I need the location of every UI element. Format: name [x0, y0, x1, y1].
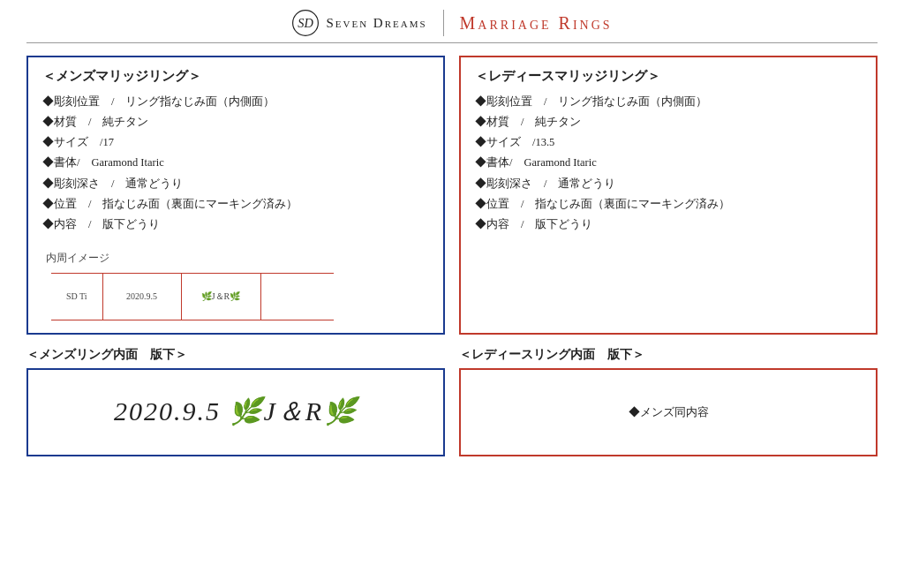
ladies-spec-item-6: ◆内容 / 版下どうり — [475, 215, 862, 235]
header-divider — [443, 10, 444, 36]
ladies-spec-item-5: ◆位置 / 指なじみ面（裏面にマーキング済み） — [475, 194, 862, 215]
ladies-note-text: ◆メンズ同内容 — [629, 404, 709, 420]
mens-spec-item-4: ◆彫刻深さ / 通常どうり — [42, 174, 429, 194]
mens-spec-item-3: ◆書体/ Garamond Itaric — [42, 153, 429, 173]
main-content: ＜メンズマリッジリング＞ ◆彫刻位置 / リング指なじみ面（内側面） ◆材質 /… — [0, 50, 904, 465]
header-line — [26, 42, 878, 43]
mens-spec-item-5: ◆位置 / 指なじみ面（裏面にマーキング済み） — [42, 194, 429, 215]
svg-text:SD: SD — [298, 16, 314, 30]
ladies-spec-box: ＜レディースマリッジリング＞ ◆彫刻位置 / リング指なじみ面（内側面） ◆材質… — [459, 56, 878, 335]
ladies-spec-item-0: ◆彫刻位置 / リング指なじみ面（内側面） — [475, 92, 862, 112]
inner-preview-diagram: SD Ti 2020.9.5 🌿J＆R🌿 — [51, 273, 334, 320]
mens-spec-list: ◆彫刻位置 / リング指なじみ面（内側面） ◆材質 / 純チタン ◆サイズ /1… — [42, 92, 429, 235]
mens-spec-box: ＜メンズマリッジリング＞ ◆彫刻位置 / リング指なじみ面（内側面） ◆材質 /… — [26, 56, 445, 335]
diag-seg-2: 🌿J＆R🌿 — [181, 274, 260, 320]
inner-preview: 内周イメージ SD Ti 2020.9.5 🌿J＆R🌿 — [42, 251, 429, 320]
ladies-spec-list: ◆彫刻位置 / リング指なじみ面（内側面） ◆材質 / 純チタン ◆サイズ /1… — [475, 92, 862, 235]
ladies-bottom-title: ＜レディースリング内面 版下＞ — [459, 347, 878, 363]
header: SD Seven Dreams Marriage Rings — [0, 0, 904, 42]
ladies-spec-item-4: ◆彫刻深さ / 通常どうり — [475, 174, 862, 194]
mens-spec-title: ＜メンズマリッジリング＞ — [42, 68, 429, 85]
mens-engraving-text: 2020.9.5 🌿J＆R🌿 — [114, 394, 358, 430]
mens-bottom-title: ＜メンズリング内面 版下＞ — [26, 347, 445, 363]
diag-seg-1: 2020.9.5 — [102, 274, 182, 320]
mens-bottom-box: 2020.9.5 🌿J＆R🌿 — [26, 368, 445, 456]
ladies-bottom-box: ◆メンズ同内容 — [459, 368, 878, 456]
ladies-spec-item-1: ◆材質 / 純チタン — [475, 112, 862, 132]
diag-seg-0: SD Ti — [51, 274, 102, 320]
ladies-spec-item-3: ◆書体/ Garamond Itaric — [475, 153, 862, 173]
mens-bottom-section: ＜メンズリング内面 版下＞ 2020.9.5 🌿J＆R🌿 — [26, 347, 445, 456]
top-row: ＜メンズマリッジリング＞ ◆彫刻位置 / リング指なじみ面（内側面） ◆材質 /… — [26, 56, 878, 335]
mens-spec-item-1: ◆材質 / 純チタン — [42, 112, 429, 132]
logo-icon: SD — [291, 9, 320, 37]
inner-preview-label: 内周イメージ — [42, 251, 429, 266]
mens-spec-item-0: ◆彫刻位置 / リング指なじみ面（内側面） — [42, 92, 429, 112]
logo-area: SD Seven Dreams — [291, 9, 426, 37]
diag-seg-3 — [260, 274, 334, 320]
page-title: Marriage Rings — [460, 13, 613, 34]
mens-spec-item-6: ◆内容 / 版下どうり — [42, 215, 429, 235]
bottom-row: ＜メンズリング内面 版下＞ 2020.9.5 🌿J＆R🌿 ＜レディースリング内面… — [26, 347, 878, 456]
ladies-spec-title: ＜レディースマリッジリング＞ — [475, 68, 862, 85]
brand-name: Seven Dreams — [326, 16, 426, 31]
mens-spec-item-2: ◆サイズ /17 — [42, 132, 429, 153]
ladies-bottom-section: ＜レディースリング内面 版下＞ ◆メンズ同内容 — [459, 347, 878, 456]
ladies-spec-item-2: ◆サイズ /13.5 — [475, 132, 862, 153]
